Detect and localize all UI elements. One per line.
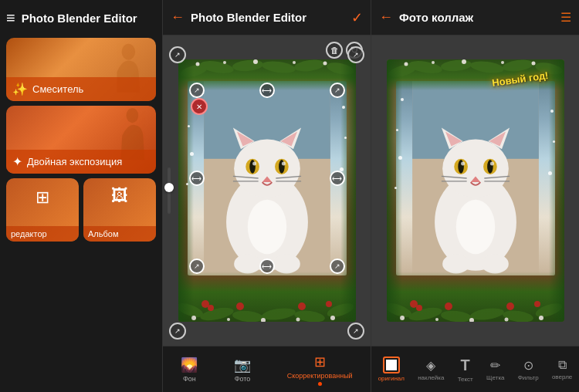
brush-icon: ✏	[490, 358, 500, 373]
original-box-icon	[383, 357, 400, 373]
photo-frame-area: ↗ ↗ ↗ ↗ ⟷ ⟷ ⟷ ⟷ ✕	[163, 35, 371, 346]
editor-card[interactable]: ⊞ редактор	[6, 178, 79, 242]
album-overlay: Альбом	[83, 226, 156, 242]
svg-point-25	[199, 59, 235, 76]
trash-button[interactable]: 🗑	[326, 42, 343, 59]
filter-icon: ⊙	[523, 358, 533, 373]
photo-label: Фото	[235, 375, 251, 383]
svg-point-80	[432, 61, 435, 64]
global-handle-tr[interactable]: ↗	[347, 46, 364, 63]
right-back-button[interactable]: ←	[379, 9, 393, 25]
right-photo-frame-area: Новый год!	[371, 35, 579, 346]
svg-point-98	[504, 318, 508, 322]
handle-bottom-left[interactable]: ↗	[189, 259, 205, 274]
rt-brush[interactable]: ✏ Щетка	[483, 357, 507, 383]
cat-image	[188, 81, 347, 275]
handle-top-right[interactable]: ↗	[330, 83, 345, 98]
handle-top-center[interactable]: ⟷	[259, 83, 275, 98]
background-label: Фон	[183, 375, 196, 383]
right-cat-photo	[396, 81, 555, 275]
svg-point-32	[253, 59, 258, 64]
svg-point-50	[330, 316, 335, 320]
svg-point-82	[501, 61, 504, 64]
double-exposure-card[interactable]: ✦ Двойная экспозиция	[6, 106, 156, 174]
hamburger-icon[interactable]: ≡	[6, 9, 15, 27]
svg-point-44	[298, 302, 306, 310]
handle-bottom-right[interactable]: ↗	[330, 259, 345, 274]
right-canvas: Новый год!	[371, 35, 579, 346]
left-header: ≡ Photo Blender Editor	[6, 6, 156, 33]
sticker-icon: ◈	[426, 358, 435, 373]
original-box-inner	[386, 360, 397, 370]
left-panel-title: Photo Blender Editor	[22, 12, 137, 25]
svg-point-26	[232, 59, 263, 73]
global-handle-br[interactable]: ↗	[347, 323, 364, 340]
svg-point-83	[531, 62, 535, 66]
right-panel: ← Фото коллаж ☰	[371, 0, 579, 392]
active-indicator	[318, 382, 322, 386]
middle-confirm-button[interactable]: ✓	[351, 9, 363, 26]
svg-point-42	[208, 305, 214, 311]
right-menu-icon[interactable]: ☰	[560, 10, 571, 25]
right-frame-outer: Новый год!	[387, 59, 564, 322]
global-handle-tl[interactable]: ↗	[169, 46, 186, 63]
svg-point-75	[440, 59, 472, 73]
svg-point-63	[461, 162, 465, 166]
rt-sticker[interactable]: ◈ наклейка	[415, 357, 447, 383]
svg-point-99	[539, 316, 543, 320]
photo-icon: 📷	[234, 357, 251, 373]
rt-overlay[interactable]: ⧉ оверле	[549, 357, 575, 382]
toolbar-photo[interactable]: 📷 Фото	[228, 353, 257, 386]
text-label: Текст	[458, 376, 473, 383]
toolbar-corrected[interactable]: ⊞ Скорректированный	[281, 350, 359, 389]
double-exposure-icon: ✦	[12, 154, 22, 169]
overlay-label: оверле	[552, 373, 572, 380]
corrected-label: Скорректированный	[287, 372, 353, 380]
toolbar-background[interactable]: 🌄 Фон	[174, 353, 204, 386]
svg-point-0	[122, 44, 136, 60]
global-handle-bl[interactable]: ↗	[169, 323, 186, 340]
handle-bottom-center[interactable]: ⟷	[259, 259, 275, 274]
sticker-label: наклейка	[418, 374, 444, 381]
svg-point-71	[481, 254, 508, 273]
left-panel: ≡ Photo Blender Editor ✨ Смеситель ✦ Дво…	[0, 0, 162, 392]
slider-control[interactable]	[168, 167, 171, 214]
svg-point-14	[252, 162, 256, 166]
right-cat-image	[396, 81, 555, 275]
svg-point-28	[293, 59, 326, 73]
bottom-cards: ⊞ редактор 🖼 Альбом	[6, 178, 156, 242]
handle-mid-left[interactable]: ⟷	[189, 171, 205, 186]
middle-toolbar: 🌄 Фон 📷 Фото ⊞ Скорректированный	[163, 346, 371, 392]
mixer-card[interactable]: ✨ Смеситель	[6, 38, 156, 101]
middle-back-button[interactable]: ←	[171, 9, 185, 25]
svg-point-92	[445, 302, 452, 310]
svg-point-81	[462, 59, 466, 64]
svg-point-96	[435, 318, 438, 321]
svg-point-38	[261, 306, 296, 322]
svg-point-76	[469, 59, 505, 75]
filter-label: Фильтр	[518, 374, 539, 381]
right-frame-bottom-decoration	[387, 272, 564, 322]
frame-left-decoration	[178, 59, 194, 322]
right-frame-right-decoration	[549, 59, 564, 322]
text-icon: T	[461, 357, 470, 374]
editor-label: редактор	[11, 229, 47, 238]
svg-point-33	[293, 61, 296, 64]
frame-right-decoration	[340, 59, 356, 322]
rt-filter[interactable]: ⊙ Фильтр	[515, 357, 542, 383]
editor-overlay: редактор	[6, 226, 79, 242]
album-card[interactable]: 🖼 Альбом	[83, 178, 156, 242]
cat-delete-button[interactable]: ✕	[191, 98, 208, 115]
cat-photo[interactable]: ↗ ↗ ↗ ↗ ⟷ ⟷ ⟷ ⟷	[188, 81, 347, 275]
handle-mid-right[interactable]: ⟷	[330, 171, 345, 186]
svg-point-5	[234, 140, 300, 198]
right-panel-title: Фото коллаж	[399, 11, 554, 24]
rt-original[interactable]: оригинал	[375, 355, 408, 384]
album-label: Альбом	[88, 229, 118, 238]
handle-top-left[interactable]: ↗	[189, 83, 205, 98]
svg-point-47	[227, 318, 230, 321]
svg-point-21	[234, 254, 261, 273]
mixer-icon: ✨	[12, 82, 28, 96]
rt-text[interactable]: T Текст	[455, 355, 476, 384]
svg-point-91	[416, 305, 422, 311]
